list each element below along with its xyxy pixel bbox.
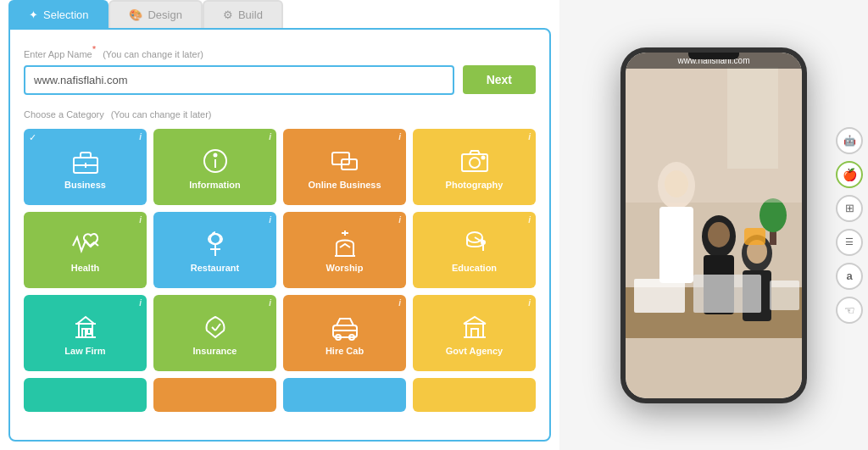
online-business-icon xyxy=(330,146,360,176)
side-icons-panel: 🤖 🍎 ⊞ ☰ a ☜ xyxy=(831,122,868,329)
worship-icon xyxy=(330,229,360,259)
selection-tab-icon: ✦ xyxy=(29,8,38,21)
education-label: Education xyxy=(452,263,497,273)
info-badge: i xyxy=(269,132,271,142)
svg-rect-52 xyxy=(626,53,802,203)
business-label: Business xyxy=(64,180,106,190)
category-business[interactable]: ✓ i Business xyxy=(24,129,147,205)
category-online-business[interactable]: i Online Business xyxy=(283,129,406,205)
health-label: Health xyxy=(71,263,100,273)
svg-point-19 xyxy=(481,241,485,244)
selection-tab-label: Selection xyxy=(43,8,88,21)
law-firm-icon xyxy=(70,312,101,342)
app-name-input[interactable] xyxy=(24,65,454,95)
tab-design[interactable]: 🎨 Design xyxy=(108,0,202,28)
design-tab-icon: 🎨 xyxy=(129,8,142,21)
info-badge: i xyxy=(269,298,271,308)
svg-line-26 xyxy=(215,324,220,331)
info-badge: i xyxy=(398,215,401,225)
left-panel: ✦ Selection 🎨 Design ⚙ Build Enter App N… xyxy=(0,0,559,450)
main-container: ✦ Selection 🎨 Design ⚙ Build Enter App N… xyxy=(0,0,868,450)
build-tab-label: Build xyxy=(238,8,263,21)
svg-rect-47 xyxy=(634,279,685,313)
category-law-firm[interactable]: i Law Firm xyxy=(24,295,147,371)
category-partial-3[interactable] xyxy=(283,378,406,412)
svg-rect-34 xyxy=(471,329,478,337)
design-tab-label: Design xyxy=(147,8,181,21)
right-panel: www.nafisflahi.com xyxy=(559,0,868,450)
category-hire-cab[interactable]: i Hire Cab xyxy=(283,295,406,371)
insurance-label: Insurance xyxy=(193,346,237,356)
next-button[interactable]: Next xyxy=(463,65,536,94)
info-badge: i xyxy=(398,298,401,308)
svg-point-10 xyxy=(470,158,480,168)
svg-point-11 xyxy=(481,156,484,158)
phone-screen: www.nafisflahi.com xyxy=(626,53,802,398)
health-icon xyxy=(70,229,101,259)
meeting-scene-image xyxy=(626,53,802,398)
restaurant-label: Restaurant xyxy=(191,263,239,273)
info-badge: i xyxy=(398,132,401,142)
app-name-row: Next xyxy=(24,65,536,95)
category-partial-1[interactable] xyxy=(24,378,147,412)
hire-cab-label: Hire Cab xyxy=(326,346,364,356)
svg-point-5 xyxy=(214,153,216,156)
govt-agency-label: Govt Agency xyxy=(446,346,503,356)
category-education[interactable]: i Education xyxy=(413,212,536,288)
online-business-label: Online Business xyxy=(308,180,381,190)
tab-selection[interactable]: ✦ Selection xyxy=(8,0,108,28)
info-badge: i xyxy=(139,215,142,225)
info-badge: i xyxy=(528,132,531,142)
category-restaurant[interactable]: i Restaurant xyxy=(153,212,276,288)
blackberry-icon[interactable]: ☰ xyxy=(836,229,863,256)
android-icon[interactable]: 🤖 xyxy=(836,127,863,154)
apple-icon[interactable]: 🍎 xyxy=(836,161,863,188)
category-insurance[interactable]: i Insurance xyxy=(153,295,276,371)
category-label: Choose a Category (You can change it lat… xyxy=(24,107,536,120)
info-badge: i xyxy=(139,298,142,308)
information-icon xyxy=(200,146,231,176)
restaurant-icon xyxy=(200,229,231,259)
category-information[interactable]: i Information xyxy=(153,129,276,205)
content-area: Enter App Name* (You can change it later… xyxy=(8,28,551,442)
law-firm-label: Law Firm xyxy=(64,346,105,356)
svg-rect-39 xyxy=(659,207,693,283)
photography-icon xyxy=(459,146,490,176)
hire-cab-icon xyxy=(330,312,360,342)
tabs-bar: ✦ Selection 🎨 Design ⚙ Build xyxy=(0,0,559,28)
phone-camera xyxy=(688,53,739,59)
windows-icon[interactable]: ⊞ xyxy=(836,195,863,222)
build-tab-icon: ⚙ xyxy=(223,8,233,21)
worship-label: Worship xyxy=(326,263,364,273)
app-name-section: Enter App Name* (You can change it later… xyxy=(24,43,536,95)
phone-mockup: www.nafisflahi.com xyxy=(620,47,807,403)
category-photography[interactable]: i Photography xyxy=(413,129,536,205)
info-badge: i xyxy=(269,215,271,225)
insurance-icon xyxy=(200,312,231,342)
photography-label: Photography xyxy=(446,180,504,190)
svg-rect-49 xyxy=(770,281,799,310)
svg-rect-48 xyxy=(693,275,761,313)
categories-grid: ✓ i Business i xyxy=(24,129,536,371)
govt-agency-icon xyxy=(459,312,490,342)
education-icon xyxy=(459,229,490,259)
svg-point-51 xyxy=(760,198,787,232)
business-icon xyxy=(70,146,101,176)
app-name-label: Enter App Name* (You can change it later… xyxy=(24,43,536,60)
info-badge: i xyxy=(528,298,531,308)
svg-rect-31 xyxy=(466,324,483,337)
info-badge: i xyxy=(528,215,531,225)
category-worship[interactable]: i Worship xyxy=(283,212,406,288)
amazon-icon[interactable]: a xyxy=(836,263,863,290)
category-health[interactable]: i Health xyxy=(24,212,147,288)
svg-rect-22 xyxy=(82,329,86,337)
category-partial-4[interactable] xyxy=(413,378,536,412)
information-label: Information xyxy=(189,180,241,190)
check-icon: ✓ xyxy=(29,132,36,143)
tab-build[interactable]: ⚙ Build xyxy=(203,0,283,28)
svg-rect-53 xyxy=(744,228,765,245)
category-govt-agency[interactable]: i Govt Agency xyxy=(413,295,536,371)
svg-rect-23 xyxy=(87,329,91,334)
touch-icon[interactable]: ☜ xyxy=(836,297,863,324)
category-partial-2[interactable] xyxy=(153,378,276,412)
